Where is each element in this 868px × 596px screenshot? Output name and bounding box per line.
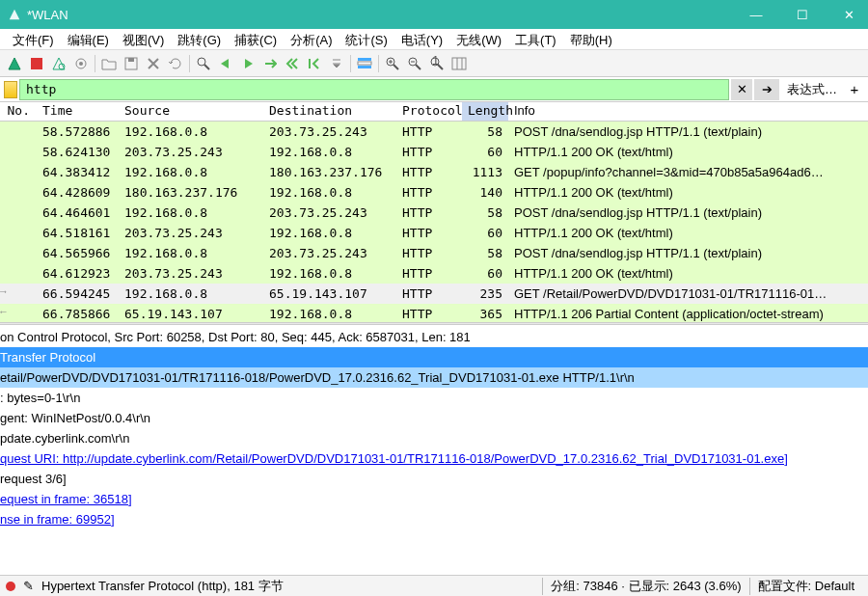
menu-view[interactable]: 视图(V) — [116, 31, 171, 47]
detail-line[interactable]: equest in frame: 36518] — [0, 489, 868, 509]
packet-row[interactable]: 66.594245192.168.0.865.19.143.107HTTP235… — [0, 284, 868, 304]
packet-row[interactable]: 58.624130203.73.25.243192.168.0.8HTTP60H… — [0, 142, 868, 162]
go-back-button[interactable] — [215, 53, 236, 74]
detail-link[interactable]: equest in frame: 36518] — [0, 492, 132, 506]
go-forward-button[interactable] — [237, 53, 258, 74]
app-icon — [8, 8, 21, 21]
titlebar[interactable]: *WLAN — ☐ ✕ — [0, 0, 868, 29]
detail-line[interactable]: : bytes=0-1\r\n — [0, 388, 868, 408]
packet-row[interactable]: 64.565966192.168.0.8203.73.25.243HTTP58P… — [0, 243, 868, 263]
minimize-button[interactable]: — — [745, 8, 768, 22]
menu-tools[interactable]: 工具(T) — [508, 31, 563, 47]
status-profile[interactable]: 配置文件: Default — [749, 578, 862, 595]
svg-rect-9 — [358, 62, 371, 65]
menu-edit[interactable]: 编辑(E) — [61, 31, 116, 47]
menu-analyze[interactable]: 分析(A) — [284, 31, 339, 47]
resize-columns-button[interactable] — [448, 53, 470, 74]
stop-capture-button[interactable] — [26, 53, 47, 74]
cell-source: 180.163.237.176 — [119, 184, 263, 201]
zoom-reset-button[interactable]: 1 — [426, 53, 448, 74]
filter-bar: ✕ ➔ 表达式… + — [0, 77, 868, 102]
menu-go[interactable]: 跳转(G) — [171, 31, 228, 47]
go-to-packet-button[interactable] — [259, 53, 281, 74]
col-source[interactable]: Source — [119, 102, 263, 121]
auto-scroll-button[interactable] — [326, 53, 347, 74]
packet-row[interactable]: 58.572886192.168.0.8203.73.25.243HTTP58P… — [0, 122, 868, 142]
col-protocol[interactable]: Protocol — [396, 102, 462, 121]
cell-info: HTTP/1.1 200 OK (text/html) — [508, 265, 868, 282]
window-controls: — ☐ ✕ — [745, 8, 860, 22]
detail-line[interactable]: etail/PowerDVD/DVD171031-01/TR171116-018… — [0, 367, 868, 388]
display-filter-input[interactable] — [19, 79, 729, 100]
col-length[interactable]: Length — [462, 102, 508, 121]
packet-row[interactable]: 66.78586665.19.143.107192.168.0.8HTTP365… — [0, 304, 868, 322]
packet-row[interactable]: 64.518161203.73.25.243192.168.0.8HTTP60H… — [0, 223, 868, 243]
cell-time: 66.785866 — [37, 306, 119, 322]
packet-details[interactable]: on Control Protocol, Src Port: 60258, Ds… — [0, 325, 868, 546]
cell-time: 64.612923 — [37, 265, 119, 282]
detail-line[interactable]: quest URI: http://update.cyberlink.com/R… — [0, 448, 868, 469]
go-last-button[interactable] — [304, 53, 325, 74]
packet-row[interactable]: 64.383412192.168.0.8180.163.237.176HTTP1… — [0, 162, 868, 182]
bookmark-icon[interactable] — [4, 81, 17, 98]
add-filter-button[interactable]: + — [845, 81, 864, 97]
menu-wireless[interactable]: 无线(W) — [449, 31, 508, 47]
open-file-button[interactable] — [98, 53, 120, 74]
cell-length: 58 — [462, 204, 508, 221]
edit-icon[interactable]: ✎ — [23, 579, 34, 593]
start-capture-button[interactable] — [4, 53, 25, 74]
expression-button[interactable]: 表达式… — [781, 81, 843, 98]
zoom-in-button[interactable] — [382, 53, 403, 74]
cell-info: HTTP/1.1 200 OK (text/html) — [508, 144, 868, 160]
colorize-button[interactable] — [354, 53, 375, 74]
close-button[interactable]: ✕ — [837, 8, 860, 22]
zoom-out-button[interactable] — [404, 53, 425, 74]
detail-link[interactable]: quest URI: http://update.cyberlink.com/R… — [0, 451, 788, 466]
cell-length: 1113 — [462, 164, 508, 180]
capture-options-button[interactable] — [70, 53, 92, 74]
packet-list[interactable]: No. Time Source Destination Protocol Len… — [0, 102, 868, 322]
cell-length: 60 — [462, 144, 508, 160]
cell-info: POST /dna/sendlog.jsp HTTP/1.1 (text/pla… — [508, 245, 868, 261]
reload-button[interactable] — [165, 53, 186, 74]
cell-length: 60 — [462, 265, 508, 282]
menu-telephony[interactable]: 电话(Y) — [394, 31, 449, 47]
cell-length: 140 — [462, 184, 508, 201]
detail-line[interactable]: on Control Protocol, Src Port: 60258, Ds… — [0, 327, 868, 347]
go-first-button[interactable] — [282, 53, 303, 74]
col-info[interactable]: Info — [508, 102, 868, 121]
menu-statistics[interactable]: 统计(S) — [339, 31, 393, 47]
find-button[interactable] — [193, 53, 214, 74]
save-file-button[interactable] — [121, 53, 142, 74]
cell-destination: 203.73.25.243 — [263, 123, 396, 140]
menu-capture[interactable]: 捕获(C) — [228, 31, 284, 47]
menu-file[interactable]: 文件(F) — [6, 31, 61, 47]
cell-protocol: HTTP — [396, 144, 462, 160]
cell-source: 203.73.25.243 — [119, 144, 263, 160]
status-left: Hypertext Transfer Protocol (http), 181 … — [41, 578, 542, 595]
detail-line[interactable]: request 3/6] — [0, 469, 868, 489]
clear-filter-button[interactable]: ✕ — [731, 79, 752, 100]
col-destination[interactable]: Destination — [263, 102, 396, 121]
col-no[interactable]: No. — [0, 102, 37, 121]
cell-destination: 192.168.0.8 — [263, 265, 396, 282]
cell-source: 192.168.0.8 — [119, 123, 263, 140]
detail-line[interactable]: nse in frame: 69952] — [0, 509, 868, 529]
col-time[interactable]: Time — [37, 102, 119, 121]
cell-destination: 203.73.25.243 — [263, 245, 396, 261]
expert-info-icon[interactable] — [6, 582, 15, 591]
cell-source: 203.73.25.243 — [119, 265, 263, 282]
detail-line[interactable]: Transfer Protocol — [0, 347, 868, 367]
detail-line[interactable]: pdate.cyberlink.com\r\n — [0, 428, 868, 448]
packet-row[interactable]: 64.428609180.163.237.176192.168.0.8HTTP1… — [0, 182, 868, 203]
detail-line[interactable]: gent: WinINetPost/0.0.4\r\n — [0, 408, 868, 428]
menu-help[interactable]: 帮助(H) — [563, 31, 619, 47]
packet-row[interactable]: 64.612923203.73.25.243192.168.0.8HTTP60H… — [0, 263, 868, 284]
detail-link[interactable]: nse in frame: 69952] — [0, 512, 115, 527]
cell-protocol: HTTP — [396, 265, 462, 282]
apply-filter-button[interactable]: ➔ — [754, 79, 779, 100]
packet-row[interactable]: 64.464601192.168.0.8203.73.25.243HTTP58P… — [0, 203, 868, 223]
restart-capture-button[interactable] — [48, 53, 69, 74]
maximize-button[interactable]: ☐ — [791, 8, 814, 22]
close-file-button[interactable] — [143, 53, 164, 74]
